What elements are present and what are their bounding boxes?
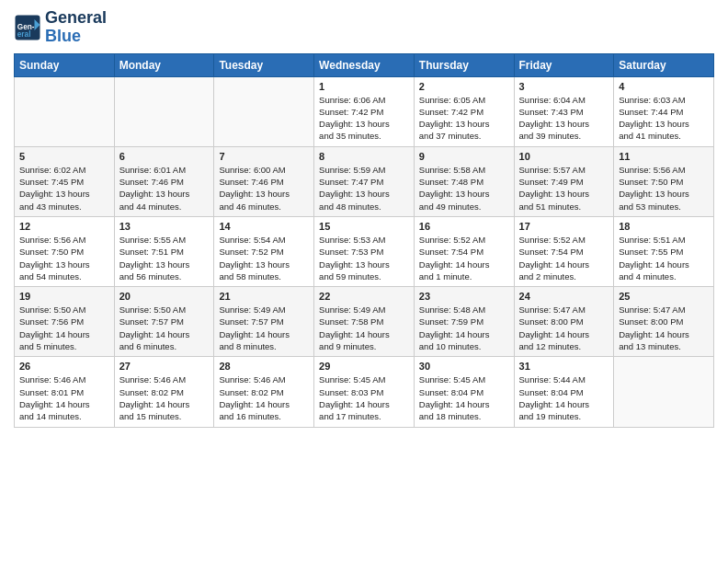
calendar-cell: 24Sunrise: 5:47 AM Sunset: 8:00 PM Dayli… (514, 287, 614, 357)
day-number: 19 (19, 291, 109, 302)
calendar-cell (214, 76, 314, 146)
calendar-cell: 13Sunrise: 5:55 AM Sunset: 7:51 PM Dayli… (114, 216, 214, 286)
calendar-cell: 2Sunrise: 6:05 AM Sunset: 7:42 PM Daylig… (414, 76, 514, 146)
day-info: Sunrise: 5:55 AM Sunset: 7:51 PM Dayligh… (119, 234, 210, 282)
day-number: 28 (219, 361, 309, 372)
calendar-cell: 15Sunrise: 5:53 AM Sunset: 7:53 PM Dayli… (314, 216, 415, 286)
calendar-cell: 12Sunrise: 5:56 AM Sunset: 7:50 PM Dayli… (15, 216, 115, 286)
week-row-4: 19Sunrise: 5:50 AM Sunset: 7:56 PM Dayli… (15, 287, 714, 357)
day-info: Sunrise: 6:06 AM Sunset: 7:42 PM Dayligh… (319, 94, 409, 143)
day-number: 6 (119, 151, 210, 162)
weekday-header-wednesday: Wednesday (314, 53, 415, 76)
calendar-cell: 23Sunrise: 5:48 AM Sunset: 7:59 PM Dayli… (414, 287, 514, 357)
calendar-cell: 3Sunrise: 6:04 AM Sunset: 7:43 PM Daylig… (514, 76, 614, 146)
day-info: Sunrise: 5:49 AM Sunset: 7:57 PM Dayligh… (219, 304, 309, 352)
day-info: Sunrise: 6:03 AM Sunset: 7:44 PM Dayligh… (619, 94, 709, 143)
day-number: 20 (119, 291, 210, 302)
day-number: 8 (319, 151, 409, 162)
header: Gen- eral General Blue (14, 9, 714, 46)
weekday-header-saturday: Saturday (614, 53, 714, 76)
day-number: 15 (319, 221, 409, 232)
weekday-header-row: SundayMondayTuesdayWednesdayThursdayFrid… (15, 53, 714, 76)
calendar-cell: 16Sunrise: 5:52 AM Sunset: 7:54 PM Dayli… (414, 216, 514, 286)
svg-text:eral: eral (17, 30, 31, 39)
day-number: 30 (419, 361, 509, 372)
day-number: 4 (619, 81, 709, 92)
day-number: 27 (119, 361, 210, 372)
logo: Gen- eral General Blue (14, 9, 107, 46)
day-info: Sunrise: 5:44 AM Sunset: 8:04 PM Dayligh… (519, 373, 609, 422)
day-info: Sunrise: 5:53 AM Sunset: 7:53 PM Dayligh… (319, 234, 409, 282)
weekday-header-tuesday: Tuesday (214, 53, 314, 76)
day-number: 11 (619, 151, 709, 162)
day-number: 1 (319, 81, 409, 92)
calendar-cell: 30Sunrise: 5:45 AM Sunset: 8:04 PM Dayli… (414, 357, 514, 427)
weekday-header-sunday: Sunday (15, 53, 115, 76)
day-number: 14 (219, 221, 309, 232)
day-info: Sunrise: 5:50 AM Sunset: 7:56 PM Dayligh… (19, 304, 109, 352)
day-number: 17 (519, 221, 609, 232)
logo-icon: Gen- eral (14, 14, 41, 41)
day-info: Sunrise: 5:47 AM Sunset: 8:00 PM Dayligh… (519, 304, 609, 352)
day-info: Sunrise: 5:56 AM Sunset: 7:50 PM Dayligh… (19, 234, 109, 282)
day-number: 24 (519, 291, 609, 302)
day-info: Sunrise: 5:46 AM Sunset: 8:02 PM Dayligh… (219, 373, 309, 422)
day-info: Sunrise: 5:50 AM Sunset: 7:57 PM Dayligh… (119, 304, 210, 352)
day-info: Sunrise: 6:01 AM Sunset: 7:46 PM Dayligh… (119, 164, 210, 213)
weekday-header-thursday: Thursday (414, 53, 514, 76)
day-number: 2 (419, 81, 509, 92)
calendar-cell: 14Sunrise: 5:54 AM Sunset: 7:52 PM Dayli… (214, 216, 314, 286)
day-info: Sunrise: 5:49 AM Sunset: 7:58 PM Dayligh… (319, 304, 409, 352)
logo-text-general: General (45, 9, 107, 28)
day-number: 22 (319, 291, 409, 302)
day-info: Sunrise: 5:56 AM Sunset: 7:50 PM Dayligh… (619, 164, 709, 213)
day-number: 23 (419, 291, 509, 302)
calendar-cell: 22Sunrise: 5:49 AM Sunset: 7:58 PM Dayli… (314, 287, 415, 357)
calendar-cell: 20Sunrise: 5:50 AM Sunset: 7:57 PM Dayli… (114, 287, 214, 357)
day-number: 12 (19, 221, 109, 232)
week-row-2: 5Sunrise: 6:02 AM Sunset: 7:45 PM Daylig… (15, 146, 714, 216)
day-number: 13 (119, 221, 210, 232)
day-info: Sunrise: 6:02 AM Sunset: 7:45 PM Dayligh… (19, 164, 109, 213)
day-info: Sunrise: 5:52 AM Sunset: 7:54 PM Dayligh… (519, 234, 609, 282)
weekday-header-friday: Friday (514, 53, 614, 76)
day-info: Sunrise: 5:48 AM Sunset: 7:59 PM Dayligh… (419, 304, 509, 352)
calendar-cell: 7Sunrise: 6:00 AM Sunset: 7:46 PM Daylig… (214, 146, 314, 216)
day-number: 7 (219, 151, 309, 162)
day-info: Sunrise: 5:57 AM Sunset: 7:49 PM Dayligh… (519, 164, 609, 213)
day-info: Sunrise: 5:46 AM Sunset: 8:02 PM Dayligh… (119, 373, 210, 422)
day-info: Sunrise: 5:51 AM Sunset: 7:55 PM Dayligh… (619, 234, 709, 282)
day-info: Sunrise: 5:54 AM Sunset: 7:52 PM Dayligh… (219, 234, 309, 282)
calendar-cell: 28Sunrise: 5:46 AM Sunset: 8:02 PM Dayli… (214, 357, 314, 427)
calendar-table: SundayMondayTuesdayWednesdayThursdayFrid… (14, 53, 714, 428)
calendar-cell (614, 357, 714, 427)
calendar-cell: 10Sunrise: 5:57 AM Sunset: 7:49 PM Dayli… (514, 146, 614, 216)
day-number: 9 (419, 151, 509, 162)
calendar-cell: 6Sunrise: 6:01 AM Sunset: 7:46 PM Daylig… (114, 146, 214, 216)
calendar-cell: 17Sunrise: 5:52 AM Sunset: 7:54 PM Dayli… (514, 216, 614, 286)
calendar-cell: 18Sunrise: 5:51 AM Sunset: 7:55 PM Dayli… (614, 216, 714, 286)
calendar-cell: 11Sunrise: 5:56 AM Sunset: 7:50 PM Dayli… (614, 146, 714, 216)
day-number: 3 (519, 81, 609, 92)
calendar-cell: 29Sunrise: 5:45 AM Sunset: 8:03 PM Dayli… (314, 357, 415, 427)
day-info: Sunrise: 6:05 AM Sunset: 7:42 PM Dayligh… (419, 94, 509, 143)
day-number: 26 (19, 361, 109, 372)
day-number: 16 (419, 221, 509, 232)
day-number: 5 (19, 151, 109, 162)
calendar-cell: 19Sunrise: 5:50 AM Sunset: 7:56 PM Dayli… (15, 287, 115, 357)
calendar-cell (15, 76, 115, 146)
calendar-cell: 4Sunrise: 6:03 AM Sunset: 7:44 PM Daylig… (614, 76, 714, 146)
day-info: Sunrise: 5:52 AM Sunset: 7:54 PM Dayligh… (419, 234, 509, 282)
day-info: Sunrise: 5:59 AM Sunset: 7:47 PM Dayligh… (319, 164, 409, 213)
calendar-cell: 21Sunrise: 5:49 AM Sunset: 7:57 PM Dayli… (214, 287, 314, 357)
calendar-cell: 8Sunrise: 5:59 AM Sunset: 7:47 PM Daylig… (314, 146, 415, 216)
calendar-cell: 5Sunrise: 6:02 AM Sunset: 7:45 PM Daylig… (15, 146, 115, 216)
day-number: 10 (519, 151, 609, 162)
weekday-header-monday: Monday (114, 53, 214, 76)
calendar-cell: 26Sunrise: 5:46 AM Sunset: 8:01 PM Dayli… (15, 357, 115, 427)
day-info: Sunrise: 6:00 AM Sunset: 7:46 PM Dayligh… (219, 164, 309, 213)
day-info: Sunrise: 6:04 AM Sunset: 7:43 PM Dayligh… (519, 94, 609, 143)
calendar-cell: 31Sunrise: 5:44 AM Sunset: 8:04 PM Dayli… (514, 357, 614, 427)
calendar-container: Gen- eral General Blue SundayMondayTuesd… (0, 0, 728, 437)
calendar-cell: 27Sunrise: 5:46 AM Sunset: 8:02 PM Dayli… (114, 357, 214, 427)
